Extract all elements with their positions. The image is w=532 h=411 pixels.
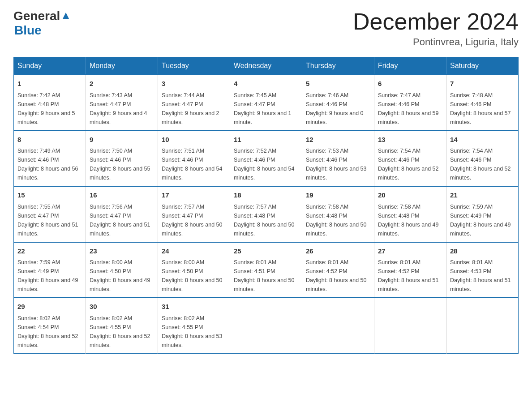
subtitle: Pontinvrea, Liguria, Italy [353, 36, 519, 48]
day-cell: 4 Sunrise: 7:45 AMSunset: 4:47 PMDayligh… [230, 75, 302, 131]
day-number: 9 [90, 135, 154, 145]
day-number: 16 [90, 190, 154, 201]
day-number: 28 [450, 246, 515, 257]
day-cell: 16 Sunrise: 7:56 AMSunset: 4:47 PMDaylig… [86, 186, 158, 242]
day-cell: 31 Sunrise: 8:02 AMSunset: 4:55 PMDaylig… [158, 298, 230, 353]
day-cell: 15 Sunrise: 7:55 AMSunset: 4:47 PMDaylig… [14, 186, 86, 242]
day-cell: 11 Sunrise: 7:52 AMSunset: 4:46 PMDaylig… [230, 131, 302, 187]
day-cell: 18 Sunrise: 7:57 AMSunset: 4:48 PMDaylig… [230, 186, 302, 242]
day-info: Sunrise: 8:00 AMSunset: 4:50 PMDaylight:… [90, 259, 150, 292]
main-title: December 2024 [353, 9, 519, 34]
day-info: Sunrise: 8:01 AMSunset: 4:51 PMDaylight:… [234, 259, 295, 292]
header-cell-saturday: Saturday [446, 57, 519, 75]
day-cell: 1 Sunrise: 7:42 AMSunset: 4:48 PMDayligh… [14, 75, 86, 131]
day-info: Sunrise: 8:02 AMSunset: 4:54 PMDaylight:… [17, 315, 78, 348]
day-cell: 17 Sunrise: 7:57 AMSunset: 4:47 PMDaylig… [158, 186, 230, 242]
day-info: Sunrise: 7:59 AMSunset: 4:49 PMDaylight:… [450, 204, 511, 237]
day-number: 12 [306, 135, 370, 145]
day-cell: 5 Sunrise: 7:46 AMSunset: 4:46 PMDayligh… [302, 75, 374, 131]
week-row-4: 22 Sunrise: 7:59 AMSunset: 4:49 PMDaylig… [14, 242, 519, 298]
svg-marker-0 [63, 13, 69, 19]
day-cell: 9 Sunrise: 7:50 AMSunset: 4:46 PMDayligh… [86, 131, 158, 187]
day-info: Sunrise: 7:55 AMSunset: 4:47 PMDaylight:… [17, 204, 78, 237]
day-info: Sunrise: 7:53 AMSunset: 4:46 PMDaylight:… [306, 148, 367, 181]
day-number: 1 [17, 79, 82, 89]
day-cell [446, 298, 519, 353]
week-row-5: 29 Sunrise: 8:02 AMSunset: 4:54 PMDaylig… [14, 298, 519, 353]
header-cell-wednesday: Wednesday [230, 57, 302, 75]
day-number: 3 [162, 79, 226, 89]
logo: General Blue [13, 9, 71, 38]
day-cell: 7 Sunrise: 7:48 AMSunset: 4:46 PMDayligh… [446, 75, 519, 131]
day-info: Sunrise: 7:48 AMSunset: 4:46 PMDaylight:… [450, 92, 511, 125]
day-number: 21 [450, 190, 515, 201]
day-info: Sunrise: 7:42 AMSunset: 4:48 PMDaylight:… [17, 92, 75, 125]
day-cell: 22 Sunrise: 7:59 AMSunset: 4:49 PMDaylig… [14, 242, 86, 298]
day-number: 27 [378, 246, 442, 257]
day-info: Sunrise: 7:56 AMSunset: 4:47 PMDaylight:… [90, 204, 150, 237]
day-info: Sunrise: 8:01 AMSunset: 4:52 PMDaylight:… [378, 259, 439, 292]
day-info: Sunrise: 7:58 AMSunset: 4:48 PMDaylight:… [306, 204, 367, 237]
day-info: Sunrise: 8:02 AMSunset: 4:55 PMDaylight:… [162, 315, 223, 348]
day-cell: 25 Sunrise: 8:01 AMSunset: 4:51 PMDaylig… [230, 242, 302, 298]
day-number: 10 [162, 135, 226, 145]
day-cell [230, 298, 302, 353]
header-cell-thursday: Thursday [302, 57, 374, 75]
week-row-2: 8 Sunrise: 7:49 AMSunset: 4:46 PMDayligh… [14, 131, 519, 187]
logo-triangle-icon [61, 11, 71, 21]
day-cell: 27 Sunrise: 8:01 AMSunset: 4:52 PMDaylig… [374, 242, 446, 298]
day-info: Sunrise: 8:02 AMSunset: 4:55 PMDaylight:… [90, 315, 150, 348]
day-number: 11 [234, 135, 298, 145]
day-info: Sunrise: 8:00 AMSunset: 4:50 PMDaylight:… [162, 259, 223, 292]
day-number: 7 [450, 79, 515, 89]
day-number: 30 [90, 302, 154, 312]
page-header: General Blue December 2024 Pontinvrea, L… [13, 9, 519, 48]
day-number: 31 [162, 302, 226, 312]
day-info: Sunrise: 7:50 AMSunset: 4:46 PMDaylight:… [90, 148, 150, 181]
day-cell: 6 Sunrise: 7:47 AMSunset: 4:46 PMDayligh… [374, 75, 446, 131]
day-cell: 24 Sunrise: 8:00 AMSunset: 4:50 PMDaylig… [158, 242, 230, 298]
day-number: 8 [17, 135, 82, 145]
day-cell [374, 298, 446, 353]
day-info: Sunrise: 8:01 AMSunset: 4:52 PMDaylight:… [306, 259, 367, 292]
day-number: 20 [378, 190, 442, 201]
day-number: 15 [17, 190, 82, 201]
day-number: 18 [234, 190, 298, 201]
week-row-3: 15 Sunrise: 7:55 AMSunset: 4:47 PMDaylig… [14, 186, 519, 242]
day-cell: 28 Sunrise: 8:01 AMSunset: 4:53 PMDaylig… [446, 242, 519, 298]
day-cell: 13 Sunrise: 7:54 AMSunset: 4:46 PMDaylig… [374, 131, 446, 187]
day-number: 14 [450, 135, 515, 145]
day-cell: 12 Sunrise: 7:53 AMSunset: 4:46 PMDaylig… [302, 131, 374, 187]
day-info: Sunrise: 7:54 AMSunset: 4:46 PMDaylight:… [378, 148, 439, 181]
day-info: Sunrise: 7:45 AMSunset: 4:47 PMDaylight:… [234, 92, 292, 125]
day-number: 6 [378, 79, 442, 89]
calendar-body: 1 Sunrise: 7:42 AMSunset: 4:48 PMDayligh… [14, 75, 519, 353]
day-cell: 26 Sunrise: 8:01 AMSunset: 4:52 PMDaylig… [302, 242, 374, 298]
header-cell-monday: Monday [86, 57, 158, 75]
header-cell-tuesday: Tuesday [158, 57, 230, 75]
day-cell: 2 Sunrise: 7:43 AMSunset: 4:47 PMDayligh… [86, 75, 158, 131]
day-cell: 30 Sunrise: 8:02 AMSunset: 4:55 PMDaylig… [86, 298, 158, 353]
day-cell: 3 Sunrise: 7:44 AMSunset: 4:47 PMDayligh… [158, 75, 230, 131]
day-number: 26 [306, 246, 370, 257]
day-info: Sunrise: 7:59 AMSunset: 4:49 PMDaylight:… [17, 259, 78, 292]
day-info: Sunrise: 7:58 AMSunset: 4:48 PMDaylight:… [378, 204, 439, 237]
day-cell: 21 Sunrise: 7:59 AMSunset: 4:49 PMDaylig… [446, 186, 519, 242]
day-cell: 23 Sunrise: 8:00 AMSunset: 4:50 PMDaylig… [86, 242, 158, 298]
day-number: 23 [90, 246, 154, 257]
title-block: December 2024 Pontinvrea, Liguria, Italy [353, 9, 519, 48]
day-info: Sunrise: 7:46 AMSunset: 4:46 PMDaylight:… [306, 92, 364, 125]
day-cell: 14 Sunrise: 7:54 AMSunset: 4:46 PMDaylig… [446, 131, 519, 187]
header-cell-sunday: Sunday [14, 57, 86, 75]
day-info: Sunrise: 7:43 AMSunset: 4:47 PMDaylight:… [90, 92, 147, 125]
day-number: 24 [162, 246, 226, 257]
day-cell: 29 Sunrise: 8:02 AMSunset: 4:54 PMDaylig… [14, 298, 86, 353]
logo-general-text: General [13, 9, 60, 23]
day-info: Sunrise: 7:54 AMSunset: 4:46 PMDaylight:… [450, 148, 511, 181]
week-row-1: 1 Sunrise: 7:42 AMSunset: 4:48 PMDayligh… [14, 75, 519, 131]
day-info: Sunrise: 7:52 AMSunset: 4:46 PMDaylight:… [234, 148, 295, 181]
header-cell-friday: Friday [374, 57, 446, 75]
day-info: Sunrise: 7:47 AMSunset: 4:46 PMDaylight:… [378, 92, 439, 125]
day-info: Sunrise: 7:57 AMSunset: 4:47 PMDaylight:… [162, 204, 223, 237]
day-cell: 10 Sunrise: 7:51 AMSunset: 4:46 PMDaylig… [158, 131, 230, 187]
